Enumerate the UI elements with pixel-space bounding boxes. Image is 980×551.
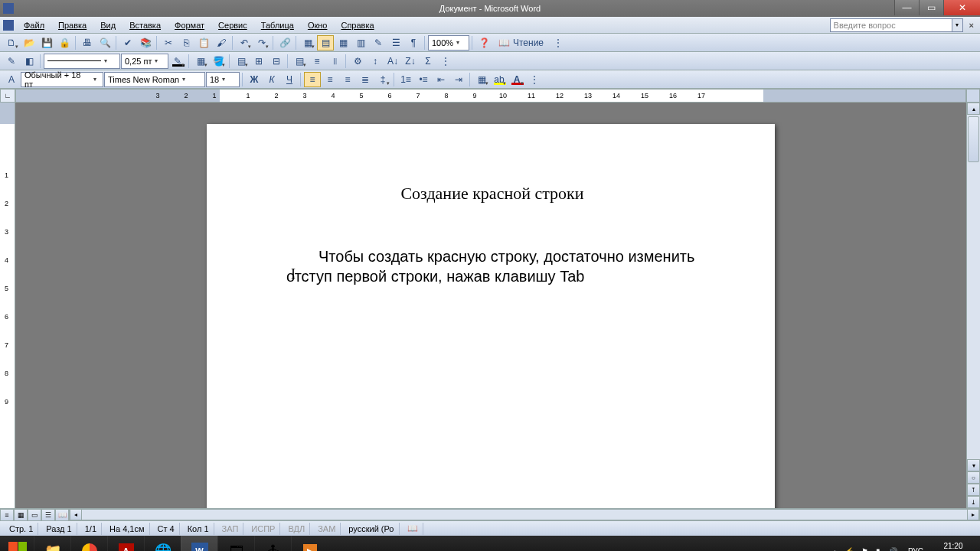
eraser-button[interactable]: ◧ bbox=[21, 54, 38, 69]
menu-edit[interactable]: Правка bbox=[51, 18, 93, 32]
status-at[interactable]: На 4,1см bbox=[105, 523, 149, 535]
hscroll-right-button[interactable]: ▸ bbox=[967, 510, 979, 520]
cut-button[interactable]: ✂ bbox=[160, 35, 177, 51]
tray-volume-icon[interactable]: 🔊 bbox=[888, 547, 897, 552]
status-line[interactable]: Ст 4 bbox=[153, 523, 180, 535]
scroll-thumb[interactable] bbox=[968, 116, 979, 162]
redo-button[interactable]: ↷ bbox=[253, 35, 270, 51]
task-app2[interactable]: 🕹 bbox=[254, 536, 291, 551]
reading-layout-button[interactable]: 📖 Чтение bbox=[493, 35, 549, 51]
copy-button[interactable]: ⎘ bbox=[178, 35, 194, 51]
show-hide-button[interactable]: ¶ bbox=[405, 35, 422, 51]
zoom-combo[interactable]: 100%▾ bbox=[428, 35, 469, 51]
task-word[interactable]: W bbox=[181, 536, 217, 551]
align-right-button[interactable]: ≡ bbox=[339, 72, 356, 87]
font-combo[interactable]: Times New Roman▾ bbox=[104, 72, 205, 87]
minimize-button[interactable]: — bbox=[894, 0, 919, 15]
task-chrome[interactable] bbox=[70, 536, 107, 551]
text-direction-button[interactable]: ↕ bbox=[367, 54, 384, 69]
align-left-button[interactable]: ≡ bbox=[304, 72, 321, 87]
borders2-button[interactable]: ▦ bbox=[473, 72, 490, 87]
document-title[interactable]: Создание красной строки bbox=[286, 184, 698, 204]
drawing-button[interactable]: ✎ bbox=[370, 35, 387, 51]
doc-close-button[interactable]: × bbox=[966, 21, 977, 30]
menu-format[interactable]: Формат bbox=[168, 18, 211, 32]
task-explorer[interactable]: 📁 bbox=[34, 536, 70, 551]
document-body[interactable]: Чтобы создать красную строку, достаточно… bbox=[286, 246, 698, 286]
status-page[interactable]: Стр. 1 bbox=[5, 523, 38, 535]
menu-table[interactable]: Таблица bbox=[254, 18, 301, 32]
tray-clock[interactable]: 21:20 23.02.2014 bbox=[934, 542, 972, 551]
toolbar2-options-button[interactable]: ⋮ bbox=[437, 54, 454, 69]
status-pages[interactable]: 1/1 bbox=[80, 523, 102, 535]
decrease-indent-button[interactable]: ⇤ bbox=[433, 72, 449, 87]
tray-network-icon[interactable]: ▮ bbox=[876, 547, 880, 552]
bold-button[interactable]: Ж bbox=[246, 72, 263, 87]
scroll-down-button[interactable]: ▾ bbox=[967, 459, 980, 471]
line-weight-combo[interactable]: 0,25 пт▾ bbox=[121, 54, 168, 69]
numbering-button[interactable]: 1≡ bbox=[397, 72, 414, 87]
menu-file[interactable]: Файл bbox=[17, 18, 51, 32]
permission-button[interactable]: 🔒 bbox=[56, 35, 73, 51]
menu-insert[interactable]: Вставка bbox=[122, 18, 168, 32]
sort-desc-button[interactable]: Z↓ bbox=[402, 54, 419, 69]
bullets-button[interactable]: •≡ bbox=[415, 72, 432, 87]
undo-button[interactable]: ↶ bbox=[236, 35, 253, 51]
new-button[interactable]: 🗋 bbox=[3, 35, 20, 51]
outline-view-button[interactable]: ☰ bbox=[41, 509, 55, 521]
close-button[interactable]: ✕ bbox=[943, 0, 980, 15]
status-ext[interactable]: ВДЛ bbox=[283, 523, 310, 535]
browse-object-button[interactable]: ○ bbox=[967, 471, 980, 484]
horizontal-ruler[interactable]: 3211234567891011121314151617 bbox=[15, 89, 966, 103]
page-area[interactable]: Создание красной строки Чтобы создать кр… bbox=[15, 103, 966, 508]
preview-button[interactable]: 🔍 bbox=[96, 35, 113, 51]
start-button[interactable] bbox=[2, 536, 34, 551]
align-button[interactable]: ▤ bbox=[291, 54, 308, 69]
docmap-button[interactable]: ☰ bbox=[387, 35, 404, 51]
font-color-button[interactable]: A bbox=[508, 72, 525, 87]
reading-view-button[interactable]: 📖 bbox=[55, 509, 69, 521]
size-combo[interactable]: 18▾ bbox=[206, 72, 240, 87]
menu-window[interactable]: Окно bbox=[301, 18, 335, 32]
autosum-button[interactable]: Σ bbox=[420, 54, 436, 69]
tray-battery-icon[interactable]: ⚡ bbox=[844, 547, 854, 552]
draw-table-button[interactable]: ✎ bbox=[3, 54, 20, 69]
menu-view[interactable]: Вид bbox=[93, 18, 122, 32]
help-search-box[interactable]: Введите вопрос bbox=[830, 18, 952, 32]
tray-up-icon[interactable]: ▴ bbox=[833, 547, 837, 552]
tables-borders-button[interactable]: ▦ bbox=[299, 35, 316, 51]
autoformat-button[interactable]: ⚙ bbox=[349, 54, 366, 69]
border-color-button[interactable]: ✎ bbox=[169, 54, 186, 69]
status-spell-icon[interactable]: 📖 bbox=[403, 523, 423, 535]
status-col[interactable]: Кол 1 bbox=[183, 523, 214, 535]
open-button[interactable]: 📂 bbox=[21, 35, 38, 51]
tray-language[interactable]: РУС bbox=[905, 546, 926, 552]
status-trk[interactable]: ИСПР bbox=[247, 523, 280, 535]
styles-pane-button[interactable]: A bbox=[3, 72, 20, 87]
spelling-button[interactable]: ✔ bbox=[119, 35, 136, 51]
hyperlink-button[interactable]: 🔗 bbox=[276, 35, 293, 51]
underline-button[interactable]: Ч bbox=[281, 72, 298, 87]
columns-button[interactable]: ▥ bbox=[352, 35, 369, 51]
distribute-rows-button[interactable]: ≡ bbox=[309, 54, 325, 69]
toolbar-options-button[interactable]: ⋮ bbox=[550, 35, 567, 51]
task-browser[interactable]: 🌐 bbox=[144, 536, 181, 551]
horizontal-scrollbar[interactable]: ◂ ▸ bbox=[69, 509, 980, 520]
toolbar3-options-button[interactable]: ⋮ bbox=[526, 72, 543, 87]
scroll-track[interactable] bbox=[967, 115, 980, 459]
italic-button[interactable]: К bbox=[263, 72, 280, 87]
sort-asc-button[interactable]: A↓ bbox=[384, 54, 401, 69]
save-button[interactable]: 💾 bbox=[38, 35, 55, 51]
vertical-ruler[interactable]: 123456789 bbox=[0, 103, 15, 508]
justify-button[interactable]: ≣ bbox=[357, 72, 374, 87]
insert-table2-button[interactable]: ▤ bbox=[233, 54, 250, 69]
task-adobe[interactable]: A bbox=[107, 536, 144, 551]
status-section[interactable]: Разд 1 bbox=[41, 523, 77, 535]
web-view-button[interactable]: ▦ bbox=[14, 509, 28, 521]
increase-indent-button[interactable]: ⇥ bbox=[450, 72, 467, 87]
status-ovr[interactable]: ЗАМ bbox=[313, 523, 341, 535]
print-view-button[interactable]: ▭ bbox=[28, 509, 41, 521]
task-media[interactable]: ▶ bbox=[291, 536, 328, 551]
line-spacing-button[interactable]: ‡ bbox=[374, 72, 391, 87]
print-button[interactable]: 🖶 bbox=[79, 35, 96, 51]
